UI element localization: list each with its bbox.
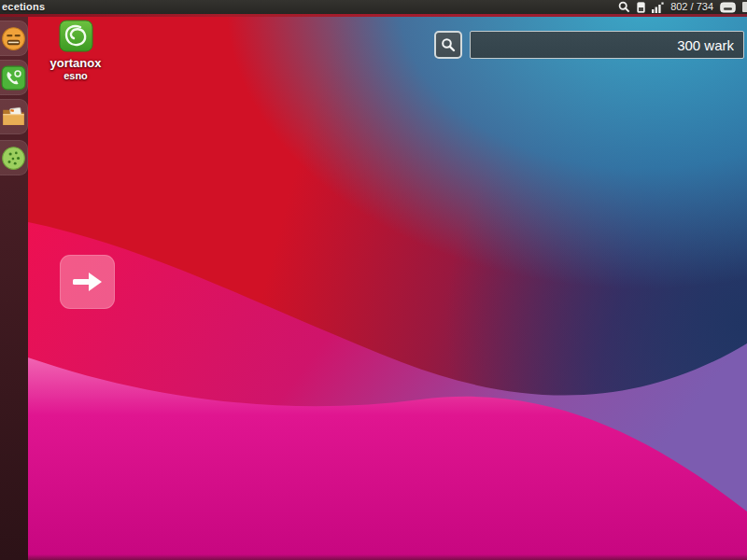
system-tray: 802 / 734 (618, 0, 747, 14)
dock-item-messenger[interactable] (0, 140, 28, 175)
desktop-shortcut-yortanox[interactable]: yortanox esno (49, 20, 103, 82)
launcher-dock (0, 17, 28, 560)
smiley-face-icon (1, 26, 26, 51)
desktop-screen: ecetions 802 / 734 (0, 0, 747, 560)
magnifier-icon (441, 37, 456, 52)
signal-bars-icon[interactable] (652, 2, 664, 13)
right-arrow-icon (71, 270, 105, 294)
search-icon[interactable] (618, 1, 630, 13)
shortcut-label: yortanox (50, 56, 102, 70)
dock-item-files[interactable] (0, 99, 28, 134)
phone-handset-icon (1, 65, 26, 91)
green-scribble-circle-icon (59, 20, 93, 52)
bottom-shade (0, 554, 747, 560)
dock-item-chat-smiley[interactable] (0, 21, 28, 56)
panel-app-title[interactable]: ecetions (0, 0, 45, 14)
search-button[interactable] (434, 31, 462, 59)
green-dots-icon (1, 146, 26, 171)
battery-icon[interactable] (637, 2, 645, 13)
dock-item-phone[interactable] (0, 60, 28, 95)
shortcut-sublabel: esno (63, 70, 88, 82)
arrow-button[interactable] (60, 255, 115, 309)
status-counter: 802 / 734 (670, 0, 713, 14)
clipped-edge-icon[interactable] (742, 2, 747, 12)
search-input[interactable] (470, 31, 744, 59)
folder-icon (1, 105, 26, 130)
panel-accent-line (0, 14, 747, 17)
mail-tray-icon[interactable] (720, 2, 736, 13)
top-panel: ecetions 802 / 734 (0, 0, 747, 14)
